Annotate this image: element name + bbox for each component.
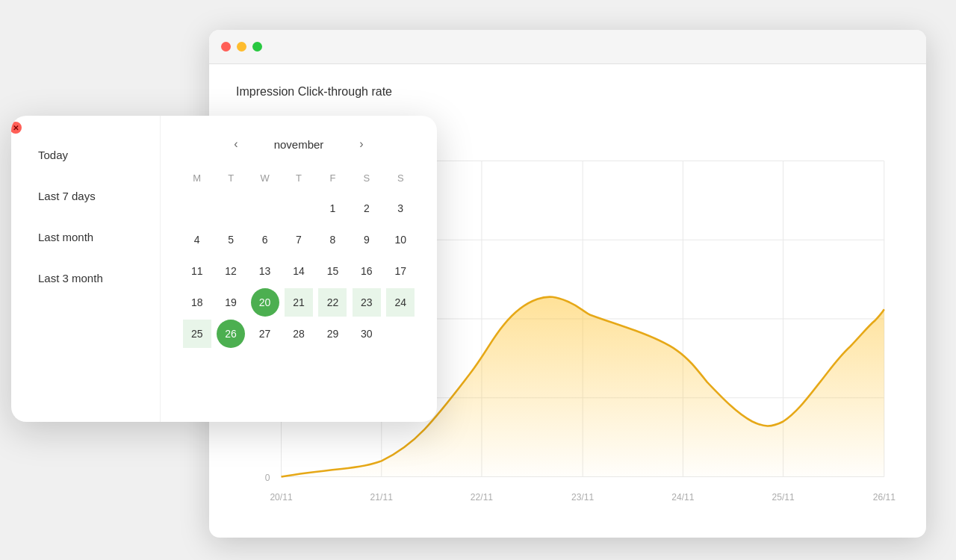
calendar-day[interactable]: 2 <box>353 194 381 223</box>
day-header: T <box>283 169 314 191</box>
svg-text:22/11: 22/11 <box>471 492 493 503</box>
calendar-day[interactable]: 18 <box>183 288 211 317</box>
sidebar-item-lastmonth[interactable]: Last month <box>26 220 145 254</box>
browser-titlebar <box>209 30 926 64</box>
calendar-day[interactable]: 27 <box>251 320 279 348</box>
svg-text:26/11: 26/11 <box>873 492 896 503</box>
calendar-day <box>251 194 279 223</box>
calendar-day[interactable]: 4 <box>183 225 211 254</box>
traffic-light-red[interactable] <box>221 42 231 52</box>
calendar-day[interactable]: 3 <box>386 194 415 223</box>
calendar-day[interactable]: 11 <box>183 257 211 285</box>
day-header: S <box>351 169 382 191</box>
svg-text:23/11: 23/11 <box>571 492 594 503</box>
calendar-day[interactable]: 24 <box>386 288 415 317</box>
calendar-sidebar: Today Last 7 days Last month Last 3 mont… <box>11 116 161 422</box>
calendar-day[interactable]: 5 <box>217 225 245 254</box>
day-header: W <box>249 169 280 191</box>
calendar-day[interactable]: 6 <box>251 225 279 254</box>
calendar-grid: MTWTFSS123456789101112131415161718192021… <box>181 169 416 348</box>
calendar-main: ‹ november › MTWTFSS12345678910111213141… <box>161 116 437 422</box>
traffic-light-green[interactable] <box>252 42 262 52</box>
calendar-day[interactable]: 14 <box>285 257 313 285</box>
next-month-button[interactable]: › <box>351 134 372 155</box>
calendar-day[interactable]: 26 <box>217 320 245 348</box>
calendar-header: ‹ november › <box>181 134 416 155</box>
chart-title: Impression Click-through rate <box>236 85 899 99</box>
calendar-day[interactable]: 19 <box>217 288 245 317</box>
calendar-day[interactable]: 20 <box>251 288 279 317</box>
calendar-day[interactable]: 25 <box>183 320 211 348</box>
day-header: F <box>317 169 348 191</box>
calendar-day[interactable]: 12 <box>217 257 245 285</box>
calendar-day <box>285 194 313 223</box>
calendar-day[interactable]: 9 <box>353 225 381 254</box>
calendar-day[interactable]: 17 <box>386 257 415 285</box>
calendar-day <box>183 194 211 223</box>
calendar-day <box>217 194 245 223</box>
prev-month-button[interactable]: ‹ <box>226 134 246 155</box>
svg-text:24/11: 24/11 <box>671 492 694 503</box>
svg-text:20/11: 20/11 <box>270 492 292 503</box>
sidebar-item-today[interactable]: Today <box>26 138 145 172</box>
svg-text:21/11: 21/11 <box>370 492 393 503</box>
day-header: S <box>385 169 416 191</box>
sidebar-item-last3month[interactable]: Last 3 month <box>26 261 145 295</box>
calendar-day[interactable]: 1 <box>318 194 347 223</box>
calendar-day[interactable]: 8 <box>318 225 347 254</box>
calendar-day[interactable]: 22 <box>318 288 347 317</box>
svg-text:0: 0 <box>265 473 270 483</box>
calendar-popup: ✕ Today Last 7 days Last month Last 3 mo… <box>11 116 437 422</box>
day-header: M <box>181 169 212 191</box>
sidebar-item-last7[interactable]: Last 7 days <box>26 179 145 213</box>
calendar-day[interactable]: 13 <box>251 257 279 285</box>
calendar-day[interactable]: 15 <box>318 257 347 285</box>
day-header: T <box>215 169 246 191</box>
traffic-light-yellow[interactable] <box>237 42 246 52</box>
calendar-day[interactable]: 28 <box>285 320 313 348</box>
calendar-day[interactable]: 16 <box>353 257 381 285</box>
calendar-day[interactable]: 21 <box>285 288 313 317</box>
calendar-day[interactable]: 30 <box>353 320 381 348</box>
calendar-day[interactable]: 23 <box>353 288 381 317</box>
calendar-day[interactable]: 10 <box>386 225 415 254</box>
calendar-day[interactable]: 7 <box>285 225 313 254</box>
svg-text:25/11: 25/11 <box>772 492 794 503</box>
calendar-day[interactable]: 29 <box>318 320 347 348</box>
month-name: november <box>261 138 336 151</box>
